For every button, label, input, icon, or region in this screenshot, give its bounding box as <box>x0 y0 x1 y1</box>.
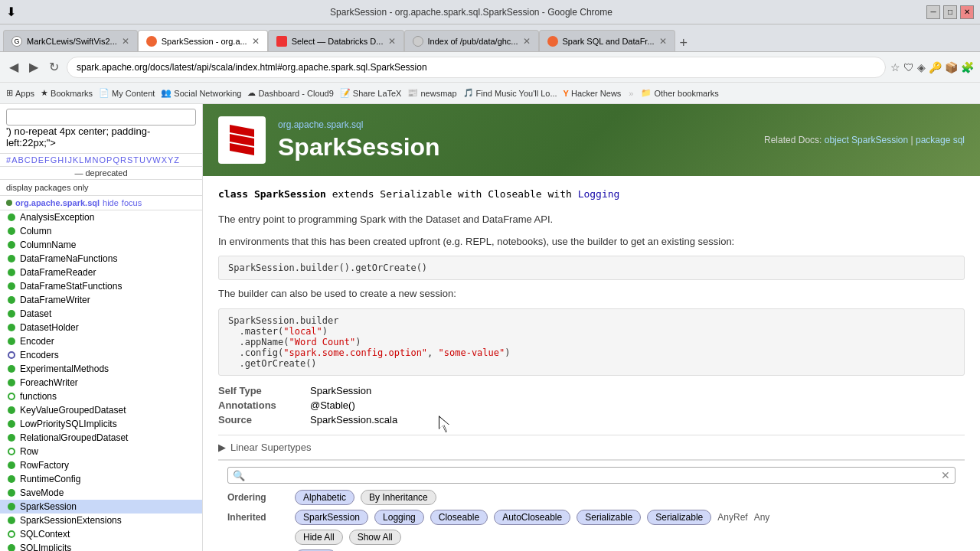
sidebar-item[interactable]: Column <box>0 224 202 238</box>
sidebar-item[interactable]: Encoder <box>0 334 202 348</box>
related-object-link[interactable]: object SparkSession <box>825 135 908 145</box>
linear-supertypes-row[interactable]: ▶ Linear Supertypes <box>218 435 965 459</box>
bookmarks-hackernews[interactable]: Y Hacker News <box>564 89 622 98</box>
source-link[interactable]: SparkSession.scala <box>310 414 397 425</box>
bookmarks-social[interactable]: 👥 Social Networking <box>161 88 241 98</box>
inherited-closeable[interactable]: Closeable <box>430 510 488 525</box>
self-type-link[interactable]: SparkSession <box>310 385 371 396</box>
bookmarks-sharelatex[interactable]: 📝 Share LaTeX <box>340 88 402 98</box>
alpha-K[interactable]: K <box>73 155 78 165</box>
alphabetic-button[interactable]: Alphabetic <box>295 490 354 505</box>
sidebar-item[interactable]: AnalysisException <box>0 210 202 224</box>
back-button[interactable]: ◀ <box>6 57 21 77</box>
show-all-button[interactable]: Show All <box>349 530 401 545</box>
sidebar-item[interactable]: DataFrameStatFunctions <box>0 279 202 293</box>
sidebar-item[interactable]: DataFrameNaFunctions <box>0 252 202 266</box>
alpha-C[interactable]: C <box>24 155 31 165</box>
sidebar-search-input[interactable] <box>6 109 196 126</box>
alpha-hash[interactable]: # <box>6 155 11 165</box>
sidebar-item[interactable]: Row <box>0 445 202 458</box>
sidebar-item[interactable]: ForeachWriter <box>0 376 202 390</box>
bookmarks-dashboard[interactable]: ☁ Dashboard - Cloud9 <box>247 88 333 98</box>
sidebar-item[interactable]: Dataset <box>0 307 202 321</box>
sidebar-item[interactable]: SQLImplicits <box>0 541 202 551</box>
sidebar-item[interactable]: SparkSessionExtensions <box>0 514 202 527</box>
forward-button[interactable]: ▶ <box>26 57 41 77</box>
inherited-serializable2[interactable]: Serializable <box>647 510 711 525</box>
alpha-G[interactable]: G <box>51 155 57 165</box>
bookmarks-newsmap[interactable]: 📰 newsmap <box>407 88 456 98</box>
nav-hide-link[interactable]: hide <box>103 198 119 207</box>
tab-1[interactable]: G MarkCLewis/SwiftVis2... ✕ <box>3 30 138 51</box>
alpha-N[interactable]: N <box>93 155 99 165</box>
maximize-button[interactable]: □ <box>943 5 957 19</box>
alpha-Z[interactable]: Z <box>174 155 179 165</box>
pocket-icon[interactable]: ◈ <box>917 61 926 73</box>
tab-4[interactable]: Index of /pub/data/ghc... ✕ <box>404 30 539 51</box>
alpha-U[interactable]: U <box>139 155 145 165</box>
alpha-Q[interactable]: Q <box>113 155 119 165</box>
inherited-serializable1[interactable]: Serializable <box>577 510 641 525</box>
filter-clear-button[interactable]: ✕ <box>941 469 950 481</box>
alpha-D[interactable]: D <box>31 155 38 165</box>
alpha-H[interactable]: H <box>57 155 64 165</box>
tab-1-close[interactable]: ✕ <box>122 36 129 47</box>
alpha-A[interactable]: A <box>11 155 17 165</box>
sidebar-item[interactable]: DatasetHolder <box>0 321 202 334</box>
alpha-X[interactable]: X <box>162 155 167 165</box>
alpha-M[interactable]: M <box>84 155 91 165</box>
bookmarks-other[interactable]: 📁 Other bookmarks <box>641 88 718 98</box>
alpha-T[interactable]: T <box>133 155 139 165</box>
sidebar-item[interactable]: LowPrioritySQLImplicits <box>0 417 202 431</box>
amazon-icon[interactable]: 📦 <box>945 61 958 73</box>
new-tab-button[interactable]: + <box>675 35 693 51</box>
sidebar-item[interactable]: SQLContext <box>0 527 202 541</box>
tab-2[interactable]: SparkSession - org.a... ✕ <box>138 30 268 51</box>
related-package-link[interactable]: package sql <box>916 135 965 145</box>
logging-link[interactable]: Logging <box>578 188 620 200</box>
alpha-L[interactable]: L <box>79 155 83 165</box>
by-inheritance-button[interactable]: By Inheritance <box>361 490 436 505</box>
inherited-anyref[interactable]: AnyRef <box>717 512 747 523</box>
sidebar-item[interactable]: DataFrameWriter <box>0 293 202 307</box>
tab-3[interactable]: Select — Databricks D... ✕ <box>268 30 404 51</box>
doc-package-link[interactable]: org.apache.spark.sql <box>278 119 363 130</box>
tab-2-close[interactable]: ✕ <box>252 36 260 47</box>
shield-icon[interactable]: 🛡 <box>903 61 914 73</box>
alpha-V[interactable]: V <box>146 155 152 165</box>
inherited-logging[interactable]: Logging <box>374 510 424 525</box>
alpha-P[interactable]: P <box>106 155 112 165</box>
alpha-F[interactable]: F <box>44 155 50 165</box>
tab-5-close[interactable]: ✕ <box>659 36 667 47</box>
bookmarks-bookmarks[interactable]: ★ Bookmarks <box>41 88 93 98</box>
close-button[interactable]: ✕ <box>960 5 974 19</box>
sidebar-item[interactable]: RowFactory <box>0 458 202 472</box>
address-input[interactable] <box>67 57 886 78</box>
extension-icon[interactable]: 🧩 <box>961 61 974 73</box>
alpha-O[interactable]: O <box>99 155 106 165</box>
bookmarks-my-content[interactable]: 📄 My Content <box>99 88 155 98</box>
alpha-B[interactable]: B <box>18 155 23 165</box>
alpha-W[interactable]: W <box>152 155 160 165</box>
tab-5[interactable]: Spark SQL and DataFr... ✕ <box>539 30 675 51</box>
alpha-S[interactable]: S <box>127 155 132 165</box>
bookmarks-apps[interactable]: ⊞ Apps <box>6 88 34 98</box>
alpha-I[interactable]: I <box>64 155 67 165</box>
inherited-sparksession[interactable]: SparkSession <box>295 510 368 525</box>
alpha-R[interactable]: R <box>120 155 126 165</box>
star-icon[interactable]: ☆ <box>890 61 900 73</box>
sidebar-item[interactable]: Encoders <box>0 348 202 362</box>
inherited-autocloseable[interactable]: AutoCloseable <box>494 510 570 525</box>
sidebar-item[interactable]: SparkSession <box>0 500 202 514</box>
alpha-E[interactable]: E <box>38 155 44 165</box>
sidebar-item[interactable]: RelationalGroupedDataset <box>0 431 202 445</box>
sidebar-item[interactable]: ColumnName <box>0 238 202 252</box>
sidebar-item[interactable]: functions <box>0 390 202 403</box>
tab-3-close[interactable]: ✕ <box>388 36 396 47</box>
inherited-any[interactable]: Any <box>754 512 770 523</box>
sidebar-item[interactable]: RuntimeConfig <box>0 472 202 486</box>
filter-search-input[interactable] <box>248 470 941 481</box>
window-controls[interactable]: ─ □ ✕ <box>926 5 974 19</box>
nav-focus-link[interactable]: focus <box>122 198 142 207</box>
sidebar-item[interactable]: DataFrameReader <box>0 266 202 279</box>
